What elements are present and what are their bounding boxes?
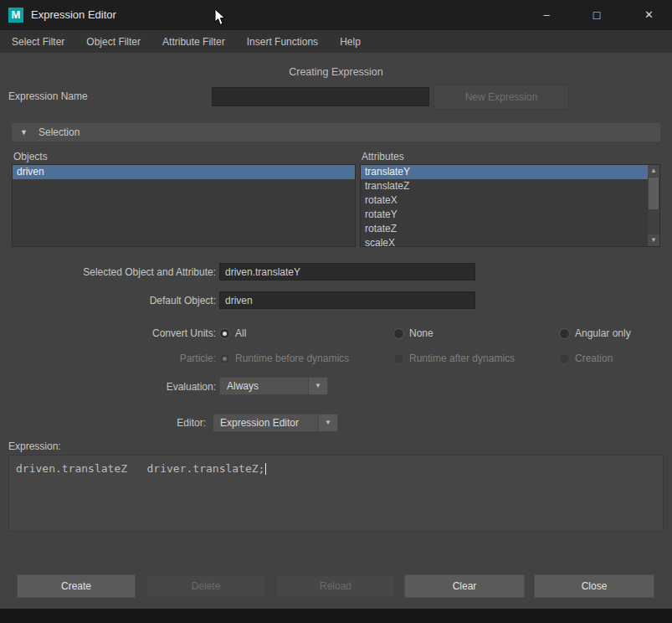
radio-convert-none[interactable] <box>393 328 404 339</box>
mouse-cursor <box>214 8 226 26</box>
minimize-button[interactable]: – <box>526 0 567 30</box>
attribute-list-item-scaleX[interactable]: scaleX <box>361 236 648 247</box>
radio-convert-angular-only[interactable] <box>559 328 570 339</box>
default-object-label: Default Object: <box>33 295 216 306</box>
attribute-list-item-translateY[interactable]: translateY <box>361 165 648 179</box>
delete-button[interactable]: Delete <box>146 574 265 598</box>
menu-item-help[interactable]: Help <box>340 36 361 48</box>
chevron-down-icon: ▼ <box>308 378 327 394</box>
menu-item-select-filter[interactable]: Select Filter <box>12 36 64 48</box>
convert-units-label: Convert Units: <box>33 327 216 339</box>
create-button[interactable]: Create <box>17 574 136 598</box>
chevron-down-icon: ▼ <box>318 414 337 431</box>
radio-particle-runtime-before-label: Runtime before dynamics <box>235 353 349 364</box>
scroll-up-icon[interactable]: ▲ <box>648 165 659 177</box>
particle-label: Particle: <box>33 353 216 364</box>
expression-text: driven.translateZ driver.translateZ; <box>16 462 264 475</box>
objects-label: Objects <box>13 151 48 162</box>
radio-convert-all[interactable] <box>219 328 230 339</box>
evaluation-dropdown[interactable]: Always ▼ <box>219 377 328 395</box>
default-object-input[interactable] <box>219 291 475 309</box>
radio-particle-creation[interactable] <box>559 353 570 364</box>
selection-section-title: Selection <box>38 123 80 142</box>
expression-name-input[interactable] <box>212 87 429 106</box>
evaluation-dropdown-value: Always <box>227 378 259 394</box>
window-title: Expression Editor <box>31 0 116 30</box>
editor-dropdown-value: Expression Editor <box>220 414 299 431</box>
radio-particle-runtime-after[interactable] <box>393 353 404 364</box>
radio-convert-none-label[interactable]: None <box>409 327 433 339</box>
attributes-label: Attributes <box>362 151 404 162</box>
menu-item-insert-functions[interactable]: Insert Functions <box>247 36 318 48</box>
text-caret <box>265 463 266 475</box>
selection-section-header[interactable]: ▼ Selection <box>12 123 660 142</box>
evaluation-label: Evaluation: <box>33 381 216 393</box>
radio-particle-runtime-before[interactable] <box>219 353 230 364</box>
attribute-list-item-rotateY[interactable]: rotateY <box>361 208 648 222</box>
expression-name-label: Expression Name <box>8 90 88 102</box>
desktop-background-strip <box>0 609 672 623</box>
radio-particle-creation-label: Creation <box>575 353 613 364</box>
objects-list: driven <box>12 164 356 247</box>
menu-bar: Select Filter Object Filter Attribute Fi… <box>0 30 672 53</box>
reload-button[interactable]: Reload <box>276 574 395 598</box>
attribute-list-item-rotateX[interactable]: rotateX <box>361 193 648 208</box>
editor-label: Editor: <box>33 417 206 429</box>
radio-convert-angular-only-label[interactable]: Angular only <box>575 327 631 339</box>
expression-editor-window: M Expression Editor – □ ✕ Select Filter … <box>0 0 672 623</box>
attributes-list: translateY translateZ rotateX rotateY ro… <box>360 164 660 247</box>
creating-expression-status: Creating Expression <box>0 66 672 78</box>
maximize-button[interactable]: □ <box>576 0 618 30</box>
maya-logo-icon: M <box>8 8 23 23</box>
scrollbar-thumb[interactable] <box>649 178 659 209</box>
expression-label: Expression: <box>8 440 61 452</box>
attribute-list-item-translateZ[interactable]: translateZ <box>361 179 648 193</box>
clear-button[interactable]: Clear <box>404 574 525 598</box>
close-button[interactable]: ✕ <box>626 0 672 30</box>
radio-convert-all-label[interactable]: All <box>235 327 246 339</box>
object-list-item-driven[interactable]: driven <box>13 165 355 179</box>
close-dialog-button[interactable]: Close <box>534 574 654 598</box>
menu-item-object-filter[interactable]: Object Filter <box>86 36 141 48</box>
selected-object-attribute-input[interactable] <box>219 263 475 281</box>
collapse-arrow-icon: ▼ <box>20 128 28 136</box>
title-bar: M Expression Editor – □ ✕ <box>0 0 672 30</box>
expression-textarea[interactable]: driven.translateZ driver.translateZ; <box>8 455 664 532</box>
new-expression-button[interactable]: New Expression <box>433 85 569 110</box>
attribute-list-item-rotateZ[interactable]: rotateZ <box>361 222 648 236</box>
scroll-down-icon[interactable]: ▼ <box>648 234 659 246</box>
editor-dropdown[interactable]: Expression Editor ▼ <box>213 414 338 432</box>
radio-particle-runtime-after-label: Runtime after dynamics <box>409 353 515 364</box>
menu-item-attribute-filter[interactable]: Attribute Filter <box>162 36 225 48</box>
attributes-scrollbar[interactable]: ▲ ▼ <box>648 165 659 246</box>
selected-object-attribute-label: Selected Object and Attribute: <box>33 266 216 278</box>
